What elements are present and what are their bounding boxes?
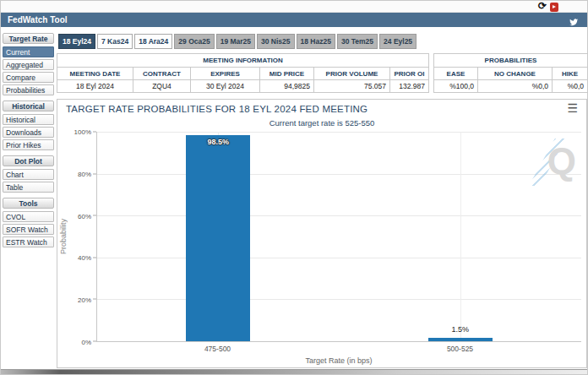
bar-500-525 [428, 338, 493, 341]
category-column-500-525: 1.5% [340, 132, 582, 341]
y-tick-80: 80% [78, 170, 91, 177]
app-header: FedWatch Tool [1, 13, 587, 27]
col-meeting-date: MEETING DATE [57, 68, 133, 80]
y-tick-20: 20% [78, 296, 91, 304]
bar-475-500: 98.5% [186, 135, 250, 341]
meeting-info-title: MEETING INFORMATION [57, 54, 429, 68]
y-axis: 100% 80% 60% 40% 20% 0% [69, 132, 95, 342]
sidebar-item-estr-watch[interactable]: ESTR Watch [3, 236, 54, 247]
col-hike: HIKE [553, 68, 588, 80]
x-axis-title: Target Rate (in bps) [96, 356, 581, 365]
cell-contract: ZQU4 [133, 80, 191, 93]
sidebar-item-aggregated[interactable]: Aggregated [3, 59, 54, 70]
col-expires: EXPIRES [191, 68, 260, 80]
tab-24-eyl25[interactable]: 24 Eyl25 [379, 34, 416, 49]
sidebar-item-cvol[interactable]: CVOL [3, 211, 54, 222]
sidebar-section-dot-plot: Dot Plot [3, 155, 54, 166]
y-tick-40: 40% [78, 254, 91, 262]
axis-tick [93, 299, 96, 300]
y-tick-0: 0% [81, 339, 91, 346]
axis-tick [93, 173, 96, 174]
tab-19-mar25[interactable]: 19 Mar25 [216, 34, 255, 49]
x-tick-475-500: 475-500 [96, 345, 339, 353]
category-column-475-500: 98.5% [97, 132, 340, 341]
sidebar-item-downloads[interactable]: Downloads [3, 127, 54, 138]
tab-30-nis25[interactable]: 30 Nis25 [257, 34, 295, 49]
tab-18-ara24[interactable]: 18 Ara24 [134, 34, 172, 49]
sidebar-section-tools: Tools [3, 198, 54, 209]
chart-menu-icon[interactable]: ☰ [567, 101, 578, 115]
tab-30-tem25[interactable]: 30 Tem25 [337, 34, 378, 49]
red-badge-icon[interactable] [550, 3, 558, 12]
axis-tick [93, 341, 96, 342]
sidebar-section-target-rate: Target Rate [3, 33, 54, 44]
axis-tick [93, 215, 96, 216]
fedwatch-tool-window: ⟳ FedWatch Tool Target Rate Current Aggr… [0, 0, 588, 375]
cell-meeting-date: 18 Eyl 2024 [57, 80, 133, 93]
col-prior-oi: PRIOR OI [390, 68, 429, 80]
sidebar: Target Rate Current Aggregated Compare P… [3, 31, 54, 249]
sidebar-item-sofr-watch[interactable]: SOFR Watch [3, 224, 54, 235]
sidebar-item-prior-hikes[interactable]: Prior Hikes [3, 139, 54, 150]
y-tick-100: 100% [74, 128, 91, 136]
browser-top-strip: ⟳ [1, 1, 587, 13]
y-tick-60: 60% [78, 212, 91, 220]
axis-tick [93, 132, 96, 133]
col-contract: CONTRACT [133, 68, 191, 80]
refresh-icon[interactable]: ⟳ [538, 0, 547, 12]
tab-29-oca25[interactable]: 29 Oca25 [174, 34, 214, 49]
sidebar-item-compare[interactable]: Compare [3, 72, 54, 83]
col-ease: EASE [434, 68, 478, 80]
cell-prior-oi: 132.987 [390, 80, 429, 93]
tab-18-haz25[interactable]: 18 Haz25 [297, 34, 335, 49]
col-mid-price: MID PRICE [260, 68, 314, 80]
probabilities-title: PROBABILITIES [434, 54, 588, 68]
probabilities-table: PROBABILITIES EASE NO CHANGE HIKE %100,0… [433, 53, 588, 93]
y-axis-title: Probability [59, 219, 68, 254]
twitter-icon[interactable] [569, 15, 579, 24]
sidebar-item-chart[interactable]: Chart [3, 169, 54, 180]
x-axis-labels: 475-500 500-525 [96, 345, 581, 353]
sidebar-item-historical[interactable]: Historical [3, 114, 54, 125]
bar-value-label: 98.5% [186, 138, 250, 146]
app-title: FedWatch Tool [8, 13, 68, 27]
chart-panel: TARGET RATE PROBABILITIES FOR 18 EYL 202… [57, 99, 587, 368]
sidebar-item-probabilities[interactable]: Probabilities [3, 84, 54, 95]
col-no-change: NO CHANGE [478, 68, 553, 80]
meeting-tabs: 18 Eyl24 7 Kas24 18 Ara24 29 Oca25 19 Ma… [58, 34, 416, 49]
sidebar-item-table[interactable]: Table [3, 182, 54, 193]
plot-area: Q 98.5% 1.5% [96, 132, 581, 342]
chart-subtitle: Current target rate is 525-550 [57, 118, 586, 128]
bar-value-label: 1.5% [451, 325, 469, 334]
sidebar-section-historical: Historical [3, 101, 54, 111]
tab-7-kas24[interactable]: 7 Kas24 [97, 34, 133, 49]
cell-prior-volume: 75.057 [314, 80, 390, 93]
category-gridline [460, 132, 461, 341]
col-prior-volume: PRIOR VOLUME [314, 68, 390, 80]
cell-no-change: %0,0 [478, 80, 553, 93]
cell-expires: 30 Eyl 2024 [191, 80, 260, 93]
bottom-scroll-strip [1, 369, 587, 375]
cell-ease: %100,0 [434, 80, 478, 93]
meeting-info-table: MEETING INFORMATION MEETING DATE CONTRAC… [57, 53, 429, 93]
cell-hike: %0,0 [553, 80, 588, 93]
tab-18-eyl24[interactable]: 18 Eyl24 [58, 34, 95, 49]
cell-mid-price: 94,9825 [260, 80, 314, 93]
chart-title: TARGET RATE PROBABILITIES FOR 18 EYL 202… [66, 104, 368, 114]
sidebar-item-current[interactable]: Current [3, 46, 54, 57]
x-tick-500-525: 500-525 [339, 345, 581, 353]
y-axis-title-wrap: Probability [57, 132, 69, 342]
axis-tick [93, 257, 96, 258]
